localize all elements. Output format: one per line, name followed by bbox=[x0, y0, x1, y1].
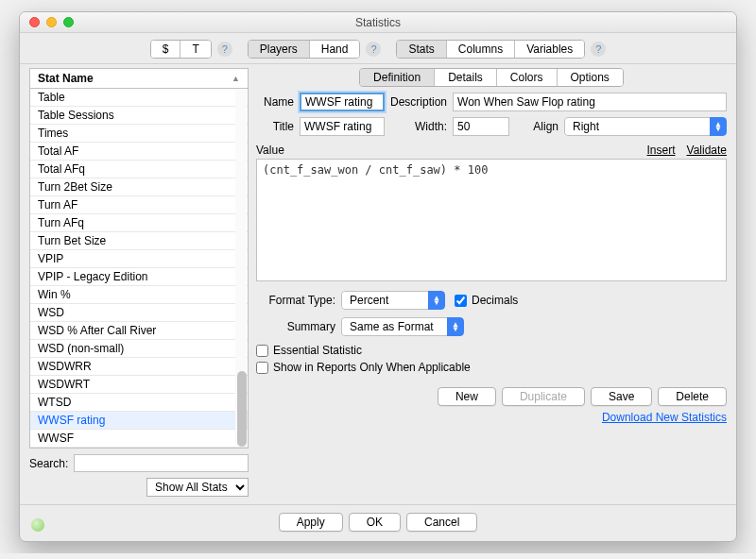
insert-link[interactable]: Insert bbox=[647, 144, 676, 157]
value-label: Value bbox=[256, 144, 284, 157]
hand-button[interactable]: Hand bbox=[310, 41, 360, 58]
name-label: Name bbox=[256, 95, 294, 109]
chevron-updown-icon: ▲▼ bbox=[428, 291, 445, 310]
title-label: Title bbox=[256, 120, 294, 133]
toolbar: $ T ? Players Hand ? Stats Columns Varia… bbox=[20, 33, 736, 64]
align-select[interactable]: Right ▲▼ bbox=[564, 117, 727, 136]
list-item[interactable]: WTSD bbox=[30, 394, 248, 412]
list-item[interactable]: Total AFq bbox=[30, 161, 248, 178]
search-label: Search: bbox=[29, 457, 68, 470]
columns-button[interactable]: Columns bbox=[447, 41, 515, 58]
stats-button[interactable]: Stats bbox=[397, 41, 446, 58]
width-label: Width: bbox=[390, 120, 447, 133]
list-item[interactable]: Win % bbox=[30, 286, 248, 304]
summary-label: Summary bbox=[256, 320, 335, 333]
footer: Apply OK Cancel bbox=[20, 504, 736, 541]
ok-button[interactable]: OK bbox=[349, 513, 401, 532]
tab-details[interactable]: Details bbox=[435, 69, 497, 86]
list-item[interactable]: WSDWRT bbox=[30, 376, 248, 394]
apply-button[interactable]: Apply bbox=[279, 513, 343, 532]
description-field[interactable] bbox=[453, 93, 727, 111]
align-label: Align bbox=[515, 120, 558, 133]
list-item[interactable]: Turn AF bbox=[30, 196, 248, 214]
currency-text-toggle: $ T bbox=[150, 40, 212, 59]
left-panel: Stat Name ▲ TableTable SessionsTimesTota… bbox=[29, 68, 249, 499]
title-field[interactable] bbox=[300, 117, 385, 136]
list-item[interactable]: Turn AFq bbox=[30, 214, 248, 232]
save-button[interactable]: Save bbox=[591, 387, 652, 406]
filter-row: Show All Stats bbox=[29, 476, 249, 499]
applicable-label: Show in Reports Only When Applicable bbox=[273, 361, 471, 374]
name-field[interactable] bbox=[300, 93, 385, 111]
list-item[interactable]: WSD (non-small) bbox=[30, 340, 248, 358]
content-area: Stat Name ▲ TableTable SessionsTimesTota… bbox=[20, 64, 736, 504]
stat-list[interactable]: TableTable SessionsTimesTotal AFTotal AF… bbox=[29, 88, 249, 449]
list-item[interactable]: VPIP - Legacy Edition bbox=[30, 268, 248, 286]
search-row: Search: bbox=[29, 449, 249, 476]
list-item[interactable]: Total AF bbox=[30, 143, 248, 161]
decimals-label: Decimals bbox=[472, 294, 518, 307]
value-expression[interactable]: (cnt_f_saw_won / cnt_f_saw) * 100 bbox=[256, 159, 727, 281]
width-field[interactable] bbox=[453, 117, 509, 136]
applicable-checkbox[interactable] bbox=[256, 362, 268, 374]
sort-arrow-icon: ▲ bbox=[232, 74, 240, 83]
stats-columns-variables-toggle: Stats Columns Variables bbox=[396, 40, 585, 59]
list-item[interactable]: WWSF rating bbox=[30, 412, 248, 430]
list-item[interactable]: Table Sessions bbox=[30, 107, 248, 125]
list-item[interactable]: WSD % After Call River bbox=[30, 322, 248, 340]
validate-link[interactable]: Validate bbox=[687, 144, 727, 157]
right-panel: Definition Details Colors Options Name D… bbox=[256, 68, 727, 499]
list-item[interactable]: VPIP bbox=[30, 250, 248, 268]
filter-select[interactable]: Show All Stats bbox=[146, 478, 249, 497]
window-title: Statistics bbox=[20, 16, 736, 29]
list-item[interactable]: Turn Bet Size bbox=[30, 232, 248, 250]
statistics-window: Statistics $ T ? Players Hand ? Stats Co… bbox=[19, 11, 737, 542]
players-button[interactable]: Players bbox=[249, 41, 310, 58]
format-type-select[interactable]: Percent ▲▼ bbox=[341, 291, 445, 310]
tab-colors[interactable]: Colors bbox=[497, 69, 558, 86]
titlebar: Statistics bbox=[20, 12, 736, 33]
duplicate-button[interactable]: Duplicate bbox=[502, 387, 585, 406]
help-icon[interactable]: ? bbox=[217, 42, 232, 57]
search-input[interactable] bbox=[74, 454, 249, 472]
list-item[interactable]: Times bbox=[30, 125, 248, 143]
list-item[interactable]: Turn 2Bet Size bbox=[30, 178, 248, 196]
chevron-updown-icon: ▲▼ bbox=[710, 117, 727, 136]
essential-label: Essential Statistic bbox=[273, 344, 362, 357]
description-label: Description bbox=[390, 95, 447, 109]
list-item[interactable]: WSD bbox=[30, 304, 248, 322]
dollar-button[interactable]: $ bbox=[151, 41, 181, 58]
help-icon[interactable]: ? bbox=[366, 42, 381, 57]
cancel-button[interactable]: Cancel bbox=[406, 513, 477, 532]
format-type-label: Format Type: bbox=[256, 294, 335, 307]
players-hand-toggle: Players Hand bbox=[248, 40, 361, 59]
tab-definition[interactable]: Definition bbox=[360, 69, 435, 86]
list-item[interactable]: Table bbox=[30, 89, 248, 107]
delete-button[interactable]: Delete bbox=[658, 387, 727, 406]
new-button[interactable]: New bbox=[438, 387, 496, 406]
list-header[interactable]: Stat Name ▲ bbox=[29, 68, 249, 88]
variables-button[interactable]: Variables bbox=[515, 41, 584, 58]
status-icon bbox=[31, 518, 44, 532]
scrollbar-thumb[interactable] bbox=[237, 371, 247, 447]
summary-select[interactable]: Same as Format ▲▼ bbox=[341, 317, 464, 336]
chevron-updown-icon: ▲▼ bbox=[447, 317, 464, 336]
tab-options[interactable]: Options bbox=[558, 69, 623, 86]
essential-checkbox[interactable] bbox=[256, 345, 268, 357]
list-item[interactable]: WSDWRR bbox=[30, 358, 248, 376]
help-icon[interactable]: ? bbox=[591, 42, 606, 57]
tabbar: Definition Details Colors Options bbox=[256, 68, 727, 87]
t-button[interactable]: T bbox=[180, 41, 210, 58]
list-header-label: Stat Name bbox=[38, 72, 94, 85]
list-item[interactable]: WWSF bbox=[30, 430, 248, 448]
action-buttons: New Duplicate Save Delete bbox=[256, 387, 727, 406]
download-stats-link[interactable]: Download New Statistics bbox=[602, 411, 727, 424]
decimals-checkbox[interactable] bbox=[455, 295, 467, 307]
